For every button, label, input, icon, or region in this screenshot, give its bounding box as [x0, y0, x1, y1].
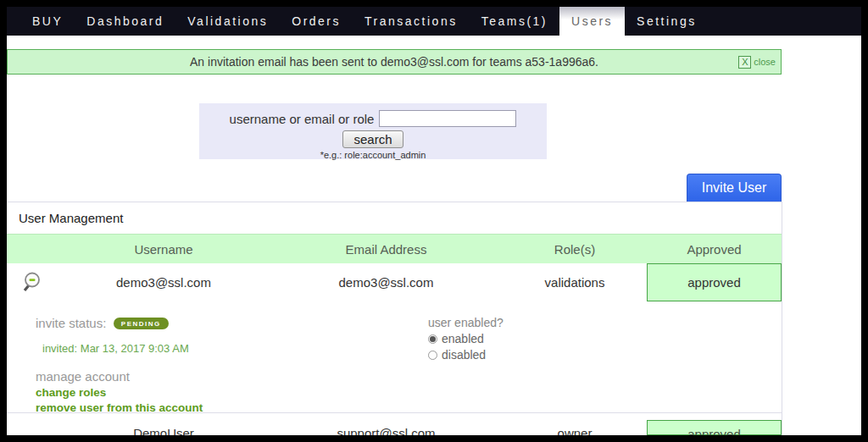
radio-disabled[interactable]: disabled	[428, 348, 504, 362]
x-icon[interactable]: X	[738, 56, 751, 69]
nav-item-dashboard[interactable]: Dashboard	[75, 7, 175, 36]
invited-timestamp: invited: Mar 13, 2017 9:03 AM	[42, 342, 203, 355]
magnifier-minus-icon[interactable]	[19, 269, 43, 296]
table-header-row: Username Email Address Role(s) Approved	[7, 234, 782, 263]
cell-email: demo3@ssl.com	[270, 275, 503, 290]
radio-disabled-control[interactable]	[428, 351, 437, 360]
banner-message: An invitation email has been sent to dem…	[190, 55, 598, 69]
nav-item-orders[interactable]: Orders	[280, 7, 353, 36]
approved-badge: approved	[647, 263, 782, 301]
banner-close-label[interactable]: close	[754, 57, 776, 67]
approved-badge: approved	[647, 420, 782, 435]
nav-item-teams[interactable]: Teams(1)	[470, 7, 559, 36]
header-email: Email Address	[270, 242, 503, 257]
radio-disabled-label: disabled	[442, 348, 486, 362]
nav-item-settings[interactable]: Settings	[625, 7, 709, 36]
invitation-banner: An invitation email has been sent to dem…	[7, 49, 782, 75]
nav-item-validations[interactable]: Validations	[175, 7, 280, 36]
user-search-panel: username or email or role search *e.g.: …	[199, 103, 547, 159]
nav-item-transactions[interactable]: Transactions	[353, 7, 470, 36]
search-button[interactable]: search	[342, 130, 403, 148]
radio-enabled-control[interactable]	[428, 334, 437, 344]
search-hint: *e.g.: role:account_admin	[199, 150, 547, 160]
row-detail: invite status: PENDING invited: Mar 13, …	[7, 301, 782, 413]
page: BUY Dashboard Validations Orders Transac…	[7, 7, 861, 435]
invite-user-button[interactable]: Invite User	[687, 174, 782, 202]
top-nav: BUY Dashboard Validations Orders Transac…	[7, 7, 861, 36]
radio-enabled[interactable]: enabled	[428, 332, 504, 345]
header-username: Username	[58, 242, 270, 257]
table-row: DemoUser support@ssl.com owner approved	[7, 413, 782, 435]
change-roles-link[interactable]: change roles	[36, 386, 203, 399]
cell-email: support@ssl.com	[270, 413, 503, 435]
page-title: User Management	[7, 202, 782, 234]
cell-roles: owner	[503, 413, 647, 435]
nav-item-users[interactable]: Users	[559, 7, 625, 36]
cell-username: DemoUser	[58, 413, 270, 435]
table-row: demo3@ssl.com demo3@ssl.com validations …	[7, 263, 782, 301]
manage-account-label: manage account	[36, 369, 203, 384]
header-roles: Role(s)	[503, 242, 647, 257]
cell-username: demo3@ssl.com	[58, 275, 270, 290]
nav-item-buy[interactable]: BUY	[20, 7, 75, 36]
search-label: username or email or role	[230, 112, 375, 126]
status-badge: PENDING	[114, 318, 169, 329]
user-management-panel: User Management Username Email Address R…	[7, 202, 782, 435]
invite-status-label: invite status:	[36, 316, 106, 330]
banner-close-button[interactable]: X close	[738, 50, 776, 74]
cell-roles: validations	[503, 275, 647, 290]
radio-enabled-label: enabled	[442, 332, 484, 345]
remove-user-link[interactable]: remove user from this account	[36, 401, 203, 414]
search-input[interactable]	[379, 110, 516, 127]
user-enabled-label: user enabled?	[428, 316, 504, 329]
header-approved: Approved	[647, 242, 782, 257]
